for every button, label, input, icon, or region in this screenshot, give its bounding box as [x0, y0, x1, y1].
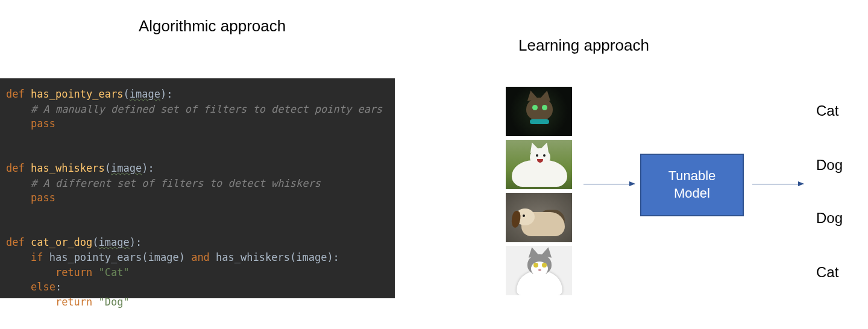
- kw-return: return: [55, 296, 92, 308]
- title-algorithmic: Algorithmic approach: [139, 17, 286, 36]
- comment-whiskers: # A different set of filters to detect w…: [31, 177, 321, 189]
- arrow-input-to-model: [583, 184, 635, 184]
- param-image: image: [111, 162, 142, 174]
- output-label-3: Dog: [816, 210, 843, 227]
- kw-else: else: [31, 281, 55, 293]
- input-image-cat-grey: [505, 245, 573, 296]
- str-cat: "Cat": [99, 266, 130, 278]
- output-label-2: Dog: [816, 157, 843, 174]
- comment-pointy-ears: # A manually defined set of filters to d…: [31, 103, 382, 115]
- call-has-whiskers: has_whiskers: [216, 251, 290, 263]
- kw-pass: pass: [31, 118, 55, 130]
- kw-def: def: [6, 88, 25, 100]
- arrow-model-to-output: [752, 184, 804, 184]
- fn-cat-or-dog: cat_or_dog: [31, 236, 92, 248]
- input-image-cat-tabby: [505, 86, 573, 137]
- arg-image: image: [148, 251, 178, 263]
- model-line2: Model: [674, 186, 710, 201]
- kw-and: and: [191, 251, 210, 263]
- kw-return: return: [55, 266, 92, 278]
- call-has-pointy-ears: has_pointy_ears: [49, 251, 142, 263]
- kw-if: if: [31, 251, 43, 263]
- fn-has-whiskers: has_whiskers: [31, 162, 105, 174]
- kw-def: def: [6, 162, 25, 174]
- tunable-model-box: Tunable Model: [640, 154, 744, 216]
- title-learning: Learning approach: [518, 36, 649, 55]
- code-block: def has_pointy_ears(image): # A manually…: [0, 78, 395, 298]
- input-image-dog-beagle: [505, 192, 573, 243]
- output-label-4: Cat: [816, 264, 838, 281]
- str-dog: "Dog": [99, 296, 130, 308]
- model-line1: Tunable: [668, 168, 716, 183]
- arg-image: image: [296, 251, 327, 263]
- input-image-dog-white: [505, 139, 573, 190]
- param-image: image: [99, 236, 130, 248]
- kw-def: def: [6, 236, 25, 248]
- input-image-stack: [505, 86, 573, 298]
- param-image: image: [130, 88, 160, 100]
- fn-has-pointy-ears: has_pointy_ears: [31, 88, 124, 100]
- kw-pass: pass: [31, 192, 55, 204]
- output-label-1: Cat: [816, 102, 838, 119]
